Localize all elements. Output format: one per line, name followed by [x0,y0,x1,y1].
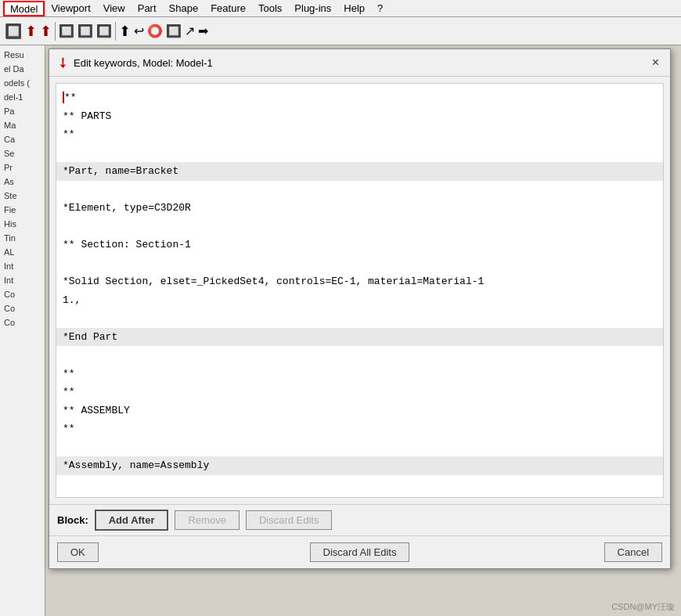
toolbar-icon-1[interactable]: 🔲 [5,23,22,40]
editor-line: ** [63,365,657,384]
sidebar-item-0[interactable]: Resu [2,49,43,61]
sidebar-item-14[interactable]: AL [2,246,43,258]
menu-question[interactable]: ? [371,1,389,16]
sidebar-item-19[interactable]: Co [2,316,43,329]
sidebar-item-13[interactable]: Tin [2,232,43,244]
cancel-button[interactable]: Cancel [604,542,662,562]
editor-line [63,309,657,328]
toolbar-icon-4[interactable]: 🔲 [59,23,74,38]
dialog-footer: OK Discard All Edits Cancel [49,535,670,568]
toolbar-icon-7[interactable]: ⬆ [119,23,131,40]
discard-edits-button[interactable]: Discard Edits [246,510,333,530]
sidebar-item-16[interactable]: Int [2,274,43,286]
toolbar: 🔲 ⬆ ⬆ 🔲 🔲 🔲 ⬆ ↩ ⭕ 🔲 ↗ ➡ [0,17,681,45]
sidebar-item-10[interactable]: Ste [2,189,43,202]
toolbar-icon-12[interactable]: ➡ [198,23,208,38]
editor-line [63,475,657,494]
menu-part[interactable]: Part [132,1,163,16]
watermark: CSDN@MY汪璇 [611,601,675,613]
editor-line: ** ASSEMBLY [63,402,657,420]
toolbar-icon-9[interactable]: ⭕ [147,23,163,38]
editor-line: *Part, name=Bracket [56,162,663,181]
menubar: Model Viewport View Part Shape Feature T… [0,0,681,17]
discard-all-edits-button[interactable]: Discard All Edits [310,542,410,562]
sidebar-item-15[interactable]: Int [2,260,43,272]
toolbar-icon-3[interactable]: ⬆ [40,23,52,40]
sidebar-item-2[interactable]: odels ( [2,77,43,89]
menu-model[interactable]: Model [3,1,45,16]
sidebar-item-17[interactable]: Co [2,288,43,301]
editor-line: ** [63,493,657,498]
dialog-title: Edit keywords, Model: Model-1 [74,57,213,69]
sidebar-item-1[interactable]: el Da [2,63,43,75]
editor-line [63,438,657,457]
sidebar-item-11[interactable]: Fie [2,204,43,216]
sidebar-item-6[interactable]: Ca [2,133,43,146]
editor-line: *Assembly, name=Assembly [56,456,663,475]
toolbar-icon-8[interactable]: ↩ [134,23,144,38]
editor-line: *End Part [56,328,663,347]
menu-tools[interactable]: Tools [252,1,288,16]
ok-button[interactable]: OK [57,542,99,562]
menu-viewport[interactable]: Viewport [45,1,96,16]
editor-line: ** [63,420,657,438]
sidebar-item-8[interactable]: Pr [2,161,43,174]
toolbar-icon-2[interactable]: ⬆ [25,23,37,40]
dialog-titlebar: ➘ Edit keywords, Model: Model-1 × [49,49,670,77]
toolbar-icon-10[interactable]: 🔲 [166,23,182,38]
sidebar-item-7[interactable]: Se [2,147,43,160]
sidebar-item-18[interactable]: Co [2,302,43,315]
menu-plugins[interactable]: Plug-ins [288,1,337,16]
footer-center: Discard All Edits [259,542,461,562]
editor-line: *Element, type=C3D20R [63,199,657,218]
editor-line: *Solid Section, elset=_PickedSet4, contr… [63,272,657,291]
add-after-button[interactable]: Add After [95,510,169,531]
menu-feature[interactable]: Feature [204,1,252,16]
editor-line: ** PARTS [63,107,657,126]
editor-line: ** [63,383,657,402]
footer-right: Cancel [460,542,662,562]
toolbar-icon-6[interactable]: 🔲 [96,23,112,38]
editor-line: ** [63,125,657,144]
block-label: Block: [57,514,88,526]
footer-left: OK [57,542,259,562]
menu-shape[interactable]: Shape [163,1,205,16]
keyword-editor[interactable]: ​**** PARTS** *Part, name=Bracket *Eleme… [56,83,664,498]
editor-line [63,181,657,200]
close-button[interactable]: × [649,56,662,69]
sidebar-item-5[interactable]: Ma [2,119,43,131]
edit-keywords-dialog: ➘ Edit keywords, Model: Model-1 × ​**** … [49,49,671,569]
editor-line [63,218,657,236]
toolbar-icon-5[interactable]: 🔲 [77,23,93,38]
sidebar-item-4[interactable]: Pa [2,105,43,117]
editor-line: 1., [63,291,657,310]
editor-line [63,254,657,273]
editor-line [63,346,657,365]
sidebar-item-3[interactable]: del-1 [2,91,43,103]
menu-view[interactable]: View [97,1,132,16]
dialog-title-area: ➘ Edit keywords, Model: Model-1 [57,54,213,71]
sidebar-item-12[interactable]: His [2,218,43,230]
editor-content: ​**** PARTS** *Part, name=Bracket *Eleme… [56,84,663,498]
remove-button[interactable]: Remove [175,510,239,530]
sidebar: Resu el Da odels ( del-1 Pa Ma Ca Se Pr … [0,45,45,616]
menu-help[interactable]: Help [337,1,371,16]
editor-line: ​** [63,88,657,107]
editor-line [63,144,657,163]
sidebar-item-9[interactable]: As [2,175,43,188]
arrow-icon: ➘ [52,52,73,73]
editor-line: ** Section: Section-1 [63,236,657,254]
toolbar-icon-11[interactable]: ↗ [185,23,195,38]
block-controls: Block: Add After Remove Discard Edits [49,504,670,535]
